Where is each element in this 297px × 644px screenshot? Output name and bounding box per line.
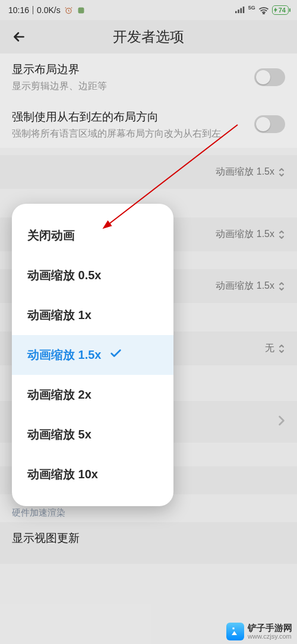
popup-option-10x[interactable]: 动画缩放 10x (12, 454, 173, 494)
svg-rect-4 (240, 8, 242, 14)
row-subtitle: 显示剪辑边界、边距等 (12, 80, 254, 93)
status-time: 10:16 (8, 5, 29, 15)
watermark-title: 铲子手游网 (248, 623, 292, 633)
watermark: 铲子手游网 www.czjsy.com (222, 619, 297, 644)
watermark-url: www.czjsy.com (248, 633, 292, 640)
updown-icon (278, 282, 285, 291)
svg-rect-2 (235, 11, 237, 13)
row-show-view-updates[interactable]: 显示视图更新 (0, 522, 297, 564)
updown-icon (278, 168, 285, 177)
animation-scale-popup: 关闭动画 动画缩放 0.5x 动画缩放 1x 动画缩放 1.5x 动画缩放 2x… (12, 204, 173, 506)
row-title: 显示布局边界 (12, 62, 254, 77)
arrow-left-icon (11, 29, 27, 45)
app-indicator-icon (77, 6, 86, 15)
row-force-rtl[interactable]: 强制使用从右到左的布局方向 强制将所有语言区域的屏幕布局方向改为从右到左 (0, 101, 297, 149)
page-title: 开发者选项 (30, 27, 289, 46)
updown-icon (278, 344, 285, 353)
status-netspeed: 0.0K/s (37, 5, 61, 15)
popup-option-2x[interactable]: 动画缩放 2x (12, 375, 173, 415)
toggle-layout-bounds[interactable] (254, 68, 285, 86)
svg-rect-5 (242, 7, 244, 13)
row-subtitle: 强制将所有语言区域的屏幕布局方向改为从右到左 (12, 127, 254, 140)
popup-option-1x[interactable]: 动画缩放 1x (12, 295, 173, 335)
app-header: 开发者选项 (0, 20, 297, 53)
network-type: 5G (248, 5, 255, 11)
popup-option-5x[interactable]: 动画缩放 5x (12, 415, 173, 454)
popup-option-1-5x[interactable]: 动画缩放 1.5x (12, 335, 173, 375)
toggle-force-rtl[interactable] (254, 115, 285, 133)
signal-icon (235, 6, 245, 14)
row-value: 无 (265, 342, 274, 355)
svg-rect-3 (238, 10, 239, 13)
popup-option-off[interactable]: 关闭动画 (12, 216, 173, 255)
back-button[interactable] (8, 26, 30, 48)
row-value: 动画缩放 1.5x (216, 166, 274, 178)
popup-option-0-5x[interactable]: 动画缩放 0.5x (12, 255, 173, 295)
row-value: 动画缩放 1.5x (216, 280, 274, 292)
row-title: 显示视图更新 (12, 531, 285, 546)
status-bar: 10:16 0.0K/s 5G 74 (0, 0, 297, 20)
row-window-animation-scale[interactable]: 动画缩放 1.5x (0, 155, 297, 189)
check-icon (109, 347, 122, 363)
svg-point-6 (263, 13, 264, 14)
row-show-layout-bounds[interactable]: 显示布局边界 显示剪辑边界、边距等 (0, 53, 297, 101)
watermark-logo-icon (226, 623, 244, 640)
row-title: 强制使用从右到左的布局方向 (12, 109, 254, 125)
svg-rect-1 (78, 7, 84, 13)
status-separator (33, 6, 33, 14)
updown-icon (278, 230, 285, 239)
battery-indicator: 74 (272, 5, 289, 15)
wifi-icon (258, 6, 269, 14)
row-value: 动画缩放 1.5x (216, 228, 274, 241)
chevron-right-icon (278, 415, 285, 428)
alarm-icon (64, 6, 73, 15)
